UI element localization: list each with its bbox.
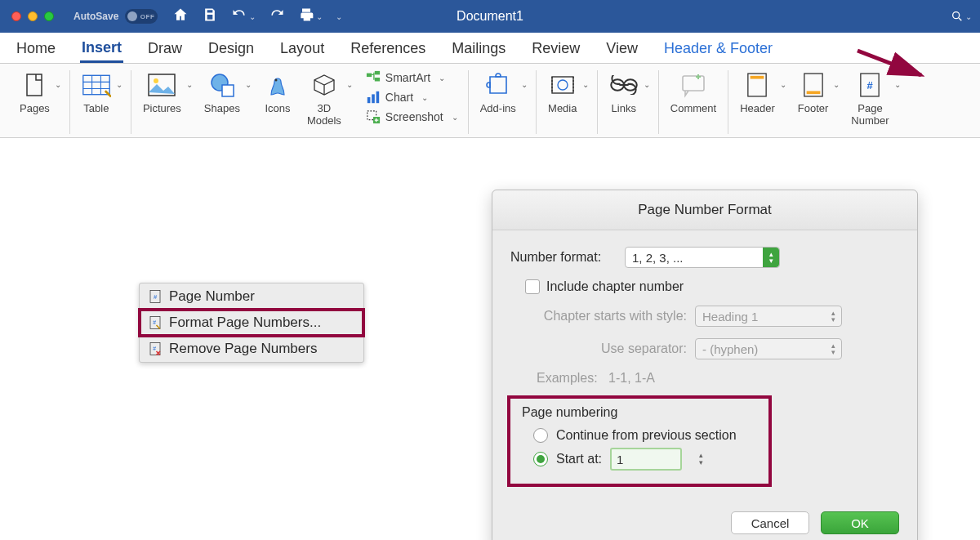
chevron-down-icon: ⌄ xyxy=(116,80,122,89)
tab-view[interactable]: View xyxy=(604,40,639,63)
svg-rect-10 xyxy=(375,78,380,82)
chevron-down-icon: ⌄ xyxy=(644,80,650,89)
dialog-title: Page Number Format xyxy=(492,190,917,230)
chevron-down-icon: ⌄ xyxy=(894,80,901,89)
table-button[interactable]: Table xyxy=(78,69,114,117)
zoom-window-button[interactable] xyxy=(44,11,54,21)
page-number-icon: # xyxy=(855,70,884,100)
table-icon xyxy=(82,70,111,100)
tab-draw[interactable]: Draw xyxy=(146,40,184,63)
include-chapter-label: Include chapter number xyxy=(546,279,684,294)
svg-rect-8 xyxy=(367,74,372,78)
tab-layout[interactable]: Layout xyxy=(278,40,326,63)
autosave-control[interactable]: AutoSave OFF xyxy=(74,9,158,24)
shapes-button[interactable]: Shapes xyxy=(201,69,243,117)
examples-label: Examples: xyxy=(537,371,598,385)
cancel-button[interactable]: Cancel xyxy=(731,511,809,534)
icons-icon xyxy=(263,70,292,100)
svg-rect-20 xyxy=(683,76,704,91)
include-chapter-checkbox[interactable] xyxy=(525,279,540,294)
chevron-down-icon: ⌄ xyxy=(780,80,786,89)
media-button[interactable]: Media xyxy=(545,69,581,117)
icons-button[interactable]: Icons xyxy=(260,69,296,117)
autosave-label: AutoSave xyxy=(74,11,118,22)
ribbon: Pages ⌄ Table ⌄ Pictures ⌄ xyxy=(0,64,980,138)
pictures-button[interactable]: Pictures xyxy=(140,69,185,117)
cube-icon xyxy=(310,70,339,100)
tab-home[interactable]: Home xyxy=(15,40,57,63)
autosave-toggle[interactable]: OFF xyxy=(125,9,158,24)
svg-rect-13 xyxy=(376,91,379,103)
search-button[interactable]: ⌄ xyxy=(951,10,972,23)
pages-button[interactable]: Pages xyxy=(16,69,53,117)
minimize-window-button[interactable] xyxy=(28,11,38,21)
undo-dropdown[interactable]: ⌄ xyxy=(249,12,256,21)
chevron-down-icon: ⌄ xyxy=(186,80,193,89)
chapter-style-select: Heading 1 xyxy=(695,306,842,327)
svg-point-17 xyxy=(558,80,568,90)
print-icon[interactable] xyxy=(298,7,314,26)
tab-references[interactable]: References xyxy=(349,40,427,63)
svg-text:#: # xyxy=(153,346,156,351)
comment-icon xyxy=(679,70,708,100)
chevron-down-icon: ⌄ xyxy=(582,80,589,89)
continue-label: Continue from previous section xyxy=(556,428,737,443)
start-at-radio[interactable] xyxy=(533,452,548,466)
header-button[interactable]: Header xyxy=(737,69,778,117)
menu-remove-page-numbers[interactable]: # Remove Page Numbers xyxy=(140,336,363,362)
window-controls xyxy=(0,11,65,21)
footer-icon xyxy=(799,70,828,100)
chevron-down-icon: ⌄ xyxy=(55,80,61,89)
page-number-context-menu: # Page Number # Format Page Numbers... #… xyxy=(139,283,364,363)
svg-rect-24 xyxy=(806,91,820,94)
smartart-button[interactable]: SmartArt⌄ xyxy=(364,69,460,87)
footer-button[interactable]: Footer xyxy=(795,69,832,117)
save-icon[interactable] xyxy=(202,7,218,26)
svg-rect-12 xyxy=(372,94,375,103)
tab-design[interactable]: Design xyxy=(207,40,256,63)
customize-qat[interactable]: ⌄ xyxy=(336,12,342,21)
separator-select: - (hyphen) xyxy=(695,338,842,359)
addins-button[interactable]: Add-ins xyxy=(477,69,519,117)
undo-icon[interactable] xyxy=(231,7,247,26)
chevron-down-icon: ⌄ xyxy=(521,80,528,89)
tab-header-footer[interactable]: Header & Footer xyxy=(662,40,774,63)
tab-mailings[interactable]: Mailings xyxy=(450,40,507,63)
home-icon[interactable] xyxy=(172,7,189,26)
start-at-stepper[interactable]: ▴▾ xyxy=(695,452,706,466)
svg-point-4 xyxy=(154,78,158,83)
number-format-select[interactable]: 1, 2, 3, ... xyxy=(625,247,780,268)
link-icon xyxy=(609,70,639,100)
chart-button[interactable]: Chart⌄ xyxy=(364,88,460,106)
separator-label: Use separator: xyxy=(510,341,695,356)
3d-models-button[interactable]: 3D Models xyxy=(304,69,345,129)
page-numbering-section: Page numbering Continue from previous se… xyxy=(507,395,772,487)
chapter-style-label: Chapter starts with style: xyxy=(510,309,695,324)
pictures-icon xyxy=(147,70,176,100)
redo-icon[interactable] xyxy=(269,7,285,26)
svg-point-0 xyxy=(953,12,960,19)
close-window-button[interactable] xyxy=(11,11,21,21)
links-button[interactable]: Links xyxy=(606,69,642,117)
menu-format-page-numbers[interactable]: # Format Page Numbers... xyxy=(140,310,363,336)
print-dropdown[interactable]: ⌄ xyxy=(316,12,323,21)
media-icon xyxy=(548,70,577,100)
svg-rect-22 xyxy=(751,76,764,79)
start-at-input[interactable]: 1 xyxy=(610,448,682,471)
ok-button[interactable]: OK xyxy=(821,511,899,534)
chevron-down-icon: ⌄ xyxy=(346,80,353,89)
title-bar: AutoSave OFF ⌄ ⌄ ⌄ Document1 ⌄ xyxy=(0,0,980,33)
svg-text:#: # xyxy=(154,293,158,301)
svg-rect-1 xyxy=(27,74,42,96)
continue-radio[interactable] xyxy=(533,428,548,443)
tab-insert[interactable]: Insert xyxy=(80,39,123,63)
screenshot-button[interactable]: Screenshot⌄ xyxy=(364,108,460,126)
svg-rect-6 xyxy=(222,85,234,96)
comment-button: Comment xyxy=(667,69,719,117)
page-number-button[interactable]: # Page Number xyxy=(848,69,892,129)
menu-page-number[interactable]: # Page Number xyxy=(140,283,363,310)
svg-rect-16 xyxy=(552,77,573,93)
tab-review[interactable]: Review xyxy=(530,40,581,63)
header-icon xyxy=(742,70,772,100)
page-number-format-dialog: Page Number Format Number format: 1, 2, … xyxy=(492,190,918,540)
